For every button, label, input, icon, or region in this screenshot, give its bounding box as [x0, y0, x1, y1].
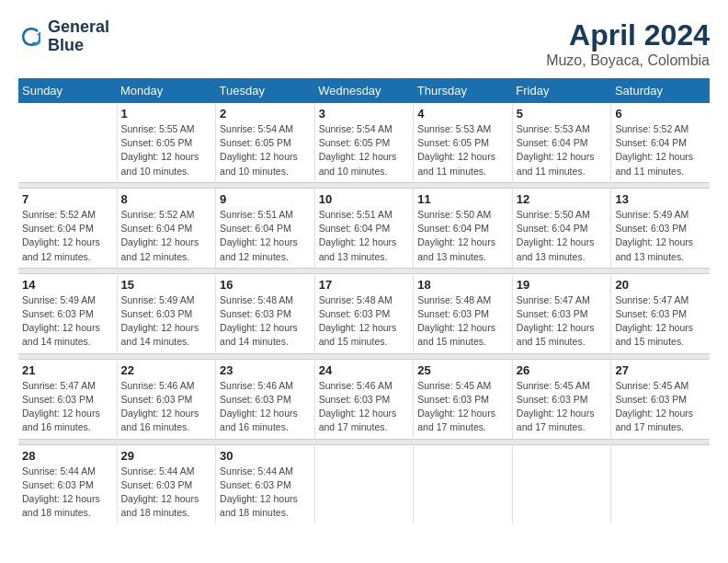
col-header-thursday: Thursday: [414, 78, 513, 103]
day-info: Sunrise: 5:44 AM Sunset: 6:03 PM Dayligh…: [220, 465, 311, 521]
calendar-cell: 12Sunrise: 5:50 AM Sunset: 6:04 PM Dayli…: [512, 188, 611, 268]
day-info: Sunrise: 5:47 AM Sunset: 6:03 PM Dayligh…: [615, 293, 706, 350]
calendar-cell: [414, 444, 513, 523]
day-info: Sunrise: 5:45 AM Sunset: 6:03 PM Dayligh…: [417, 379, 508, 435]
day-info: Sunrise: 5:53 AM Sunset: 6:04 PM Dayligh…: [517, 122, 608, 178]
day-number: 30: [220, 449, 311, 463]
day-number: 1: [121, 107, 212, 121]
day-number: 11: [417, 192, 508, 206]
week-row-1: 1Sunrise: 5:55 AM Sunset: 6:05 PM Daylig…: [18, 103, 710, 182]
day-number: 21: [22, 363, 113, 377]
day-info: Sunrise: 5:48 AM Sunset: 6:03 PM Dayligh…: [220, 293, 311, 350]
logo: General Blue: [18, 18, 109, 55]
day-info: Sunrise: 5:50 AM Sunset: 6:04 PM Dayligh…: [517, 208, 608, 264]
day-number: 25: [417, 363, 508, 377]
calendar-cell: 1Sunrise: 5:55 AM Sunset: 6:05 PM Daylig…: [117, 103, 216, 182]
day-info: Sunrise: 5:51 AM Sunset: 6:04 PM Dayligh…: [319, 208, 410, 264]
day-number: 14: [22, 278, 113, 292]
calendar-cell: 16Sunrise: 5:48 AM Sunset: 6:03 PM Dayli…: [216, 273, 315, 353]
col-header-friday: Friday: [512, 78, 611, 103]
calendar-table: SundayMondayTuesdayWednesdayThursdayFrid…: [18, 78, 710, 523]
title-block: April 2024 Muzo, Boyaca, Colombia: [546, 18, 710, 69]
day-number: 17: [319, 278, 410, 292]
calendar-cell: 30Sunrise: 5:44 AM Sunset: 6:03 PM Dayli…: [216, 444, 315, 523]
calendar-cell: [611, 444, 710, 523]
col-header-saturday: Saturday: [611, 78, 710, 103]
calendar-cell: 11Sunrise: 5:50 AM Sunset: 6:04 PM Dayli…: [414, 188, 513, 268]
page-header: General Blue April 2024 Muzo, Boyaca, Co…: [18, 18, 710, 69]
day-number: 5: [517, 107, 608, 121]
day-number: 15: [121, 278, 212, 292]
calendar-cell: 3Sunrise: 5:54 AM Sunset: 6:05 PM Daylig…: [314, 103, 414, 182]
calendar-cell: 25Sunrise: 5:45 AM Sunset: 6:03 PM Dayli…: [414, 359, 513, 439]
day-info: Sunrise: 5:48 AM Sunset: 6:03 PM Dayligh…: [319, 293, 410, 350]
calendar-cell: 14Sunrise: 5:49 AM Sunset: 6:03 PM Dayli…: [18, 273, 117, 353]
day-info: Sunrise: 5:49 AM Sunset: 6:03 PM Dayligh…: [615, 208, 706, 264]
day-info: Sunrise: 5:52 AM Sunset: 6:04 PM Dayligh…: [615, 122, 706, 178]
day-info: Sunrise: 5:54 AM Sunset: 6:05 PM Dayligh…: [319, 122, 410, 178]
day-info: Sunrise: 5:46 AM Sunset: 6:03 PM Dayligh…: [220, 379, 311, 435]
calendar-cell: 22Sunrise: 5:46 AM Sunset: 6:03 PM Dayli…: [117, 359, 216, 439]
week-row-2: 7Sunrise: 5:52 AM Sunset: 6:04 PM Daylig…: [18, 188, 710, 268]
calendar-cell: 18Sunrise: 5:48 AM Sunset: 6:03 PM Dayli…: [414, 273, 513, 353]
calendar-cell: 4Sunrise: 5:53 AM Sunset: 6:05 PM Daylig…: [414, 103, 513, 182]
calendar-cell: 23Sunrise: 5:46 AM Sunset: 6:03 PM Dayli…: [216, 359, 315, 439]
day-info: Sunrise: 5:44 AM Sunset: 6:03 PM Dayligh…: [121, 465, 212, 521]
day-number: 26: [517, 363, 608, 377]
calendar-cell: 21Sunrise: 5:47 AM Sunset: 6:03 PM Dayli…: [18, 359, 117, 439]
day-info: Sunrise: 5:44 AM Sunset: 6:03 PM Dayligh…: [22, 465, 113, 521]
calendar-cell: [512, 444, 611, 523]
day-info: Sunrise: 5:55 AM Sunset: 6:05 PM Dayligh…: [121, 122, 212, 178]
day-info: Sunrise: 5:45 AM Sunset: 6:03 PM Dayligh…: [615, 379, 706, 435]
page-subtitle: Muzo, Boyaca, Colombia: [546, 52, 710, 69]
day-number: 4: [417, 107, 508, 121]
calendar-cell: 17Sunrise: 5:48 AM Sunset: 6:03 PM Dayli…: [314, 273, 414, 353]
calendar-cell: 2Sunrise: 5:54 AM Sunset: 6:05 PM Daylig…: [216, 103, 315, 182]
page-title: April 2024: [546, 18, 710, 52]
day-number: 29: [121, 449, 212, 463]
day-info: Sunrise: 5:54 AM Sunset: 6:05 PM Dayligh…: [220, 122, 311, 178]
calendar-cell: 28Sunrise: 5:44 AM Sunset: 6:03 PM Dayli…: [18, 444, 117, 523]
day-number: 18: [417, 278, 508, 292]
calendar-cell: 10Sunrise: 5:51 AM Sunset: 6:04 PM Dayli…: [314, 188, 414, 268]
col-header-tuesday: Tuesday: [216, 78, 315, 103]
day-info: Sunrise: 5:46 AM Sunset: 6:03 PM Dayligh…: [121, 379, 212, 435]
calendar-cell: [18, 103, 117, 182]
logo-icon: [18, 24, 44, 50]
calendar-cell: 9Sunrise: 5:51 AM Sunset: 6:04 PM Daylig…: [216, 188, 315, 268]
day-number: 10: [319, 192, 410, 206]
day-number: 7: [22, 192, 113, 206]
calendar-cell: 8Sunrise: 5:52 AM Sunset: 6:04 PM Daylig…: [117, 188, 216, 268]
calendar-cell: 27Sunrise: 5:45 AM Sunset: 6:03 PM Dayli…: [611, 359, 710, 439]
day-number: 13: [615, 192, 706, 206]
day-number: 9: [220, 192, 311, 206]
col-header-monday: Monday: [117, 78, 216, 103]
day-number: 3: [319, 107, 410, 121]
day-number: 20: [615, 278, 706, 292]
day-number: 19: [517, 278, 608, 292]
week-row-3: 14Sunrise: 5:49 AM Sunset: 6:03 PM Dayli…: [18, 273, 710, 353]
day-info: Sunrise: 5:53 AM Sunset: 6:05 PM Dayligh…: [417, 122, 508, 178]
col-header-wednesday: Wednesday: [314, 78, 414, 103]
day-number: 6: [615, 107, 706, 121]
week-row-4: 21Sunrise: 5:47 AM Sunset: 6:03 PM Dayli…: [18, 359, 710, 439]
calendar-cell: 26Sunrise: 5:45 AM Sunset: 6:03 PM Dayli…: [512, 359, 611, 439]
calendar-cell: 6Sunrise: 5:52 AM Sunset: 6:04 PM Daylig…: [611, 103, 710, 182]
day-number: 12: [517, 192, 608, 206]
day-number: 23: [220, 363, 311, 377]
calendar-cell: 7Sunrise: 5:52 AM Sunset: 6:04 PM Daylig…: [18, 188, 117, 268]
calendar-cell: 20Sunrise: 5:47 AM Sunset: 6:03 PM Dayli…: [611, 273, 710, 353]
calendar-cell: 15Sunrise: 5:49 AM Sunset: 6:03 PM Dayli…: [117, 273, 216, 353]
day-info: Sunrise: 5:45 AM Sunset: 6:03 PM Dayligh…: [517, 379, 608, 435]
day-number: 22: [121, 363, 212, 377]
day-info: Sunrise: 5:47 AM Sunset: 6:03 PM Dayligh…: [22, 379, 113, 435]
week-row-5: 28Sunrise: 5:44 AM Sunset: 6:03 PM Dayli…: [18, 444, 710, 523]
col-header-sunday: Sunday: [18, 78, 117, 103]
calendar-cell: 13Sunrise: 5:49 AM Sunset: 6:03 PM Dayli…: [611, 188, 710, 268]
day-info: Sunrise: 5:52 AM Sunset: 6:04 PM Dayligh…: [22, 208, 113, 264]
day-number: 16: [220, 278, 311, 292]
calendar-cell: 24Sunrise: 5:46 AM Sunset: 6:03 PM Dayli…: [314, 359, 414, 439]
calendar-cell: 29Sunrise: 5:44 AM Sunset: 6:03 PM Dayli…: [117, 444, 216, 523]
day-info: Sunrise: 5:49 AM Sunset: 6:03 PM Dayligh…: [22, 293, 113, 350]
day-number: 28: [22, 449, 113, 463]
